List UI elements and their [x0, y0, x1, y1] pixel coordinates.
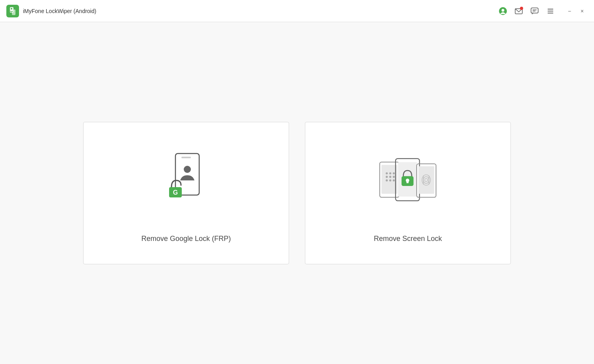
menu-button[interactable]	[545, 6, 556, 17]
account-icon	[499, 7, 507, 15]
frp-card-label: Remove Google Lock (FRP)	[141, 235, 231, 243]
frp-icon: G	[160, 150, 212, 217]
svg-rect-40	[406, 180, 408, 183]
window-controls: − ×	[564, 6, 588, 17]
title-bar: iMyFone LockWiper (Android)	[0, 0, 594, 22]
chat-icon	[531, 7, 539, 15]
cards-container: G Remove Google Lock (FRP)	[83, 122, 511, 264]
mail-button[interactable]	[513, 6, 524, 17]
svg-point-3	[11, 8, 12, 9]
account-button[interactable]	[497, 6, 508, 17]
screen-lock-card[interactable]: Remove Screen Lock	[305, 122, 511, 264]
frp-card[interactable]: G Remove Google Lock (FRP)	[83, 122, 289, 264]
svg-rect-14	[181, 157, 191, 158]
title-bar-right: − ×	[497, 6, 588, 17]
svg-rect-7	[531, 8, 538, 13]
notification-dot	[520, 7, 523, 10]
main-content: G Remove Google Lock (FRP)	[0, 22, 594, 364]
screen-lock-card-label: Remove Screen Lock	[374, 235, 442, 243]
svg-point-21	[389, 172, 391, 174]
svg-point-15	[184, 166, 191, 173]
app-title: iMyFone LockWiper (Android)	[23, 8, 96, 14]
svg-rect-32	[419, 166, 434, 193]
svg-point-20	[386, 172, 388, 174]
menu-icon	[547, 8, 554, 15]
minimize-button[interactable]: −	[564, 6, 575, 17]
svg-text:G: G	[173, 189, 178, 196]
svg-point-28	[393, 179, 395, 181]
svg-point-23	[386, 176, 388, 178]
close-button[interactable]: ×	[577, 6, 588, 17]
screen-lock-icon	[376, 152, 440, 215]
svg-point-25	[393, 176, 395, 178]
svg-point-22	[393, 172, 395, 174]
frp-card-icon: G	[154, 144, 218, 223]
svg-point-27	[389, 179, 391, 181]
screen-lock-card-icon	[376, 144, 440, 223]
app-logo-icon	[6, 5, 19, 17]
title-bar-left: iMyFone LockWiper (Android)	[6, 5, 96, 17]
chat-button[interactable]	[529, 6, 540, 17]
svg-point-26	[386, 179, 388, 181]
svg-point-24	[389, 176, 391, 178]
svg-rect-2	[12, 9, 15, 15]
svg-rect-19	[381, 165, 397, 193]
svg-point-5	[502, 9, 505, 11]
